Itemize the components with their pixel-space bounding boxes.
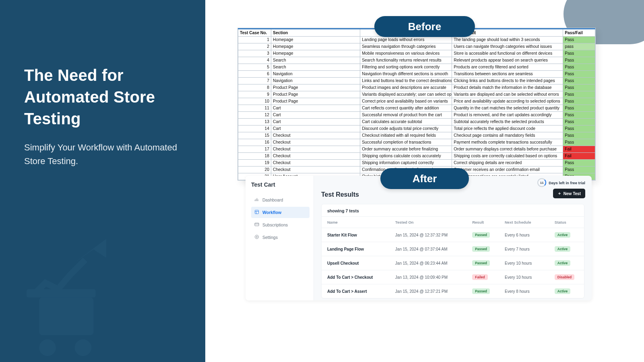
sheet-row: 8Product PageProduct images and descript… (238, 84, 595, 91)
cell-status: Active (549, 256, 584, 270)
cell-section: Cart (271, 118, 360, 125)
cell-section: Product Page (271, 91, 360, 98)
cell-section: Checkout (271, 139, 360, 146)
before-spreadsheet: Test Case No.Section...ed ResultPass/Fai… (237, 28, 596, 181)
new-test-button[interactable]: ＋ New Test (553, 189, 585, 198)
cell-section: Homepage (271, 36, 360, 43)
sheet-row: 4SearchSearch functionality returns rele… (238, 57, 595, 64)
cell-no: 4 (238, 57, 271, 64)
table-row[interactable]: Landing Page FlowJan 15, 2024 @ 07:37:04… (322, 242, 584, 256)
cell-passfail: Pass (563, 50, 595, 57)
sheet-row: 10Product PageCorrect price and availabi… (238, 98, 595, 105)
result-pill: Passed (472, 260, 490, 266)
cell-passfail: Pass (563, 91, 595, 98)
sheet-row: 16CheckoutSuccessful completion of trans… (238, 139, 595, 146)
cell-status: Active (549, 242, 584, 256)
cell-detail: Successful completion of transactions (360, 139, 452, 146)
sheet-row: 1HomepageLanding page loads without erro… (238, 36, 595, 43)
result-pill: Passed (472, 288, 490, 294)
result-pill: Passed (472, 246, 490, 252)
cell-result: Passed (466, 256, 499, 270)
col-header: Status (549, 217, 584, 228)
dashboard-icon (254, 197, 259, 203)
cart-chart-icon (16, 237, 121, 362)
plus-icon: ＋ (557, 191, 561, 196)
cell-no: 5 (238, 64, 271, 70)
sheet-row: 2HomepageSeamless navigation through cat… (238, 43, 595, 50)
cell-expected: Quantity in the cart matches the selecte… (452, 105, 563, 111)
col-header: Name (322, 217, 390, 228)
sheet-row: 18CheckoutShipping options calculate cos… (238, 152, 595, 159)
cell-passfail: Pass (563, 139, 595, 146)
cell-no: 12 (238, 111, 271, 118)
cell-no: 16 (238, 139, 271, 146)
status-pill: Disabled (555, 274, 574, 280)
cell-tested: Jan 15, 2024 @ 07:37:04 AM (390, 242, 466, 256)
sheet-row: 14CartDiscount code adjusts total price … (238, 125, 595, 132)
col-header: Result (466, 217, 499, 228)
cell-expected: Price and availability update according … (452, 98, 563, 105)
nav-label: Dashboard (262, 197, 283, 202)
sheet-row: 15CheckoutCheckout initiated with all re… (238, 132, 595, 139)
trial-indicator: 11 Days left in free trial (537, 178, 585, 187)
cell-next: Every 10 hours (499, 256, 549, 270)
cell-no: 15 (238, 132, 271, 139)
cell-detail: Discount code adjusts total price correc… (360, 125, 452, 132)
hero-title: The Need for Automated Store Testing (24, 64, 181, 130)
sheet-row: 3HomepageMobile responsiveness on variou… (238, 50, 595, 57)
table-row[interactable]: Add To Cart > CheckoutJan 13, 2024 @ 10:… (322, 270, 584, 284)
cell-passfail: Pass (563, 132, 595, 139)
status-pill: Active (555, 246, 571, 252)
cell-section: Checkout (271, 146, 360, 152)
cell-expected: Subtotal accurately reflects the selecte… (452, 118, 563, 125)
cell-detail: Shipping options calculate costs accurat… (360, 152, 452, 159)
cell-passfail: Fail (563, 146, 595, 152)
new-test-label: New Test (564, 191, 581, 196)
cell-detail: Shipping information captured correctly (360, 159, 452, 166)
svg-point-3 (75, 339, 92, 356)
table-row[interactable]: Starter Kit FlowJan 15, 2024 @ 12:37:32 … (322, 228, 584, 242)
cell-next: Every 6 hours (499, 228, 549, 242)
cell-no: 3 (238, 50, 271, 57)
cell-tested: Jan 15, 2024 @ 12:37:32 PM (390, 228, 466, 242)
col-header: Pass/Fail (563, 29, 595, 36)
col-header: Test Case No. (238, 29, 271, 36)
svg-point-9 (255, 235, 259, 239)
cell-status: Disabled (549, 270, 584, 284)
card-icon (254, 222, 259, 228)
cell-next: Every 7 hours (499, 242, 549, 256)
cell-expected: Variants are displayed and can be select… (452, 91, 563, 98)
cell-passfail: Pass (563, 111, 595, 118)
cell-expected: Shipping costs are correctly calculated … (452, 152, 563, 159)
cell-expected: Payment methods complete transactions su… (452, 139, 563, 146)
after-app-window: Test Cart DashboardWorkflowSubscriptions… (246, 176, 592, 300)
cell-result: Passed (466, 284, 499, 298)
cell-no: 11 (238, 105, 271, 111)
nav-label: Subscriptions (262, 222, 288, 227)
cell-expected: The landing page should load within 3 se… (452, 36, 563, 43)
table-row[interactable]: Upsell CheckoutJan 15, 2024 @ 06:23:44 A… (322, 256, 584, 270)
sheet-row: 19CheckoutShipping information captured … (238, 159, 595, 166)
table-row[interactable]: Add To Cart > AssertJan 15, 2024 @ 12:37… (322, 284, 584, 298)
nav-item-workflow[interactable]: Workflow (251, 207, 310, 218)
cell-section: Product Page (271, 84, 360, 91)
cell-expected: Users can navigate through categories wi… (452, 43, 563, 50)
cell-expected: Store is accessible and functional on di… (452, 50, 563, 57)
svg-point-8 (256, 237, 258, 238)
cell-no: 10 (238, 98, 271, 105)
cell-passfail: pass (563, 43, 595, 50)
cell-passfail: Pass (563, 105, 595, 111)
cell-name: Add To Cart > Checkout (322, 270, 390, 284)
cell-detail: Checkout initiated with all required fie… (360, 132, 452, 139)
cell-passfail: Pass (563, 36, 595, 43)
cell-detail: Cart reflects correct quantity after add… (360, 105, 452, 111)
cell-detail: Variants displayed accurately; user can … (360, 91, 452, 98)
cell-passfail: Pass (563, 166, 595, 173)
nav-item-dashboard[interactable]: Dashboard (251, 194, 310, 206)
cell-next: Every 8 hours (499, 284, 549, 298)
nav-item-settings[interactable]: Settings (251, 232, 310, 243)
nav-item-subscriptions[interactable]: Subscriptions (251, 219, 310, 230)
cell-detail: Navigation through different sections is… (360, 70, 452, 77)
cell-detail: Filtering and sorting options work corre… (360, 64, 452, 70)
cell-no: 20 (238, 166, 271, 173)
